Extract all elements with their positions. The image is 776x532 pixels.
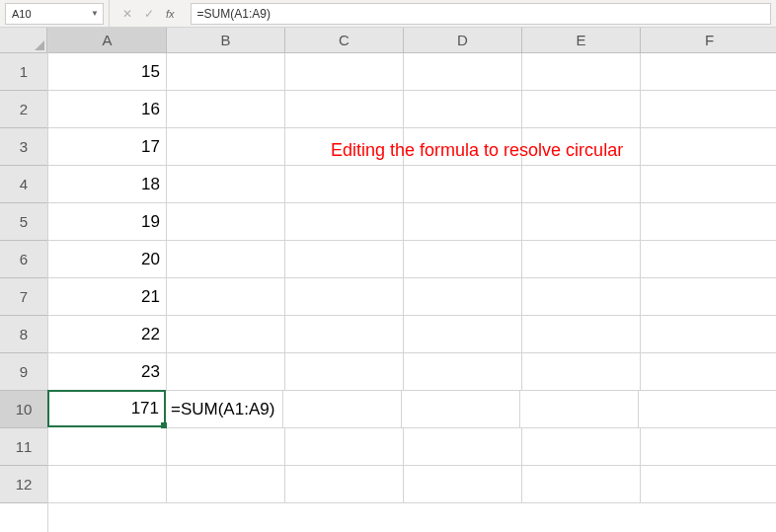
- cell-C11[interactable]: [285, 428, 404, 466]
- cell-D7[interactable]: [404, 278, 522, 316]
- cell-C8[interactable]: [285, 316, 404, 353]
- chevron-down-icon[interactable]: ▼: [91, 9, 99, 18]
- fill-handle[interactable]: [161, 422, 167, 428]
- row-header-4[interactable]: 4: [0, 166, 47, 203]
- row-header-7[interactable]: 7: [0, 278, 47, 316]
- cell-B3[interactable]: [167, 128, 285, 166]
- cell-D8[interactable]: [404, 316, 522, 353]
- cell-E1[interactable]: [522, 53, 641, 91]
- cell-E6[interactable]: [522, 241, 641, 278]
- cell-A12[interactable]: [48, 466, 167, 503]
- cell-C1[interactable]: [285, 53, 404, 91]
- row-header-2[interactable]: 2: [0, 91, 47, 128]
- cell-C5[interactable]: [285, 203, 404, 241]
- cell-A5[interactable]: 19: [48, 203, 167, 241]
- cell-C12[interactable]: [285, 466, 404, 503]
- cell-C7[interactable]: [285, 278, 404, 316]
- cell-E5[interactable]: [522, 203, 641, 241]
- row-header-8[interactable]: 8: [0, 316, 47, 353]
- cell-F1[interactable]: [641, 53, 776, 91]
- row-2: 16: [48, 91, 776, 128]
- cell-E7[interactable]: [522, 278, 641, 316]
- cell-E3[interactable]: [522, 128, 641, 166]
- cell-B4[interactable]: [167, 166, 285, 203]
- row-header-9[interactable]: 9: [0, 353, 47, 391]
- row-header-6[interactable]: 6: [0, 241, 47, 278]
- cell-D4[interactable]: [404, 166, 522, 203]
- cell-A8[interactable]: 22: [48, 316, 167, 353]
- cell-B9[interactable]: [167, 353, 285, 391]
- cell-C9[interactable]: [285, 353, 404, 391]
- cell-B11[interactable]: [167, 428, 285, 466]
- cell-A2[interactable]: 16: [48, 91, 167, 128]
- cell-F7[interactable]: [641, 278, 776, 316]
- cell-D3[interactable]: [404, 128, 522, 166]
- cell-E8[interactable]: [522, 316, 641, 353]
- cell-F2[interactable]: [641, 91, 776, 128]
- cell-F12[interactable]: [641, 466, 776, 503]
- row-header-12[interactable]: 12: [0, 466, 47, 503]
- cell-D9[interactable]: [404, 353, 522, 391]
- cell-C2[interactable]: [285, 91, 404, 128]
- col-header-C[interactable]: C: [285, 28, 404, 53]
- cell-B12[interactable]: [167, 466, 285, 503]
- cell-B10[interactable]: =SUM(A1:A9): [165, 391, 283, 428]
- cell-D5[interactable]: [404, 203, 522, 241]
- col-header-A[interactable]: A: [48, 28, 167, 53]
- cell-B7[interactable]: [167, 278, 285, 316]
- cell-E11[interactable]: [522, 428, 641, 466]
- row-header-1[interactable]: 1: [0, 53, 47, 91]
- row-header-3[interactable]: 3: [0, 128, 47, 166]
- fx-icon[interactable]: fx: [166, 8, 175, 20]
- cell-F4[interactable]: [641, 166, 776, 203]
- cell-E2[interactable]: [522, 91, 641, 128]
- col-header-D[interactable]: D: [404, 28, 522, 53]
- cell-F9[interactable]: [641, 353, 776, 391]
- cell-F8[interactable]: [641, 316, 776, 353]
- cell-E10[interactable]: [520, 391, 639, 428]
- cell-F6[interactable]: [641, 241, 776, 278]
- cell-A6[interactable]: 20: [48, 241, 167, 278]
- col-header-E[interactable]: E: [522, 28, 641, 53]
- col-header-B[interactable]: B: [167, 28, 285, 53]
- cell-B2[interactable]: [167, 91, 285, 128]
- cell-A11[interactable]: [48, 428, 167, 466]
- cell-C10[interactable]: [283, 391, 402, 428]
- cell-D6[interactable]: [404, 241, 522, 278]
- row-header-5[interactable]: 5: [0, 203, 47, 241]
- cell-F5[interactable]: [641, 203, 776, 241]
- enter-icon[interactable]: ✓: [144, 7, 154, 21]
- cell-A3[interactable]: 17: [48, 128, 167, 166]
- name-box[interactable]: A10 ▼: [5, 3, 104, 25]
- cell-B6[interactable]: [167, 241, 285, 278]
- cell-C4[interactable]: [285, 166, 404, 203]
- cell-B5[interactable]: [167, 203, 285, 241]
- cell-D11[interactable]: [404, 428, 522, 466]
- cell-D2[interactable]: [404, 91, 522, 128]
- cell-A10[interactable]: 171: [47, 390, 166, 427]
- cell-B1[interactable]: [167, 53, 285, 91]
- cell-E9[interactable]: [522, 353, 641, 391]
- cell-F11[interactable]: [641, 428, 776, 466]
- cell-C6[interactable]: [285, 241, 404, 278]
- cell-F3[interactable]: [641, 128, 776, 166]
- cancel-icon[interactable]: ✕: [122, 7, 132, 21]
- cell-A7[interactable]: 21: [48, 278, 167, 316]
- grid-wrapper: 1 2 3 4 5 6 7 8 9 10 11 12 A B C D E F: [0, 28, 776, 532]
- row-header-10[interactable]: 10: [0, 391, 47, 428]
- cell-C3[interactable]: [285, 128, 404, 166]
- cell-D12[interactable]: [404, 466, 522, 503]
- cell-D1[interactable]: [404, 53, 522, 91]
- cell-A9[interactable]: 23: [48, 353, 167, 391]
- cell-B8[interactable]: [167, 316, 285, 353]
- row-header-11[interactable]: 11: [0, 428, 47, 466]
- cell-A4[interactable]: 18: [48, 166, 167, 203]
- col-header-F[interactable]: F: [641, 28, 776, 53]
- select-all-corner[interactable]: [0, 28, 47, 53]
- cell-A1[interactable]: 15: [48, 53, 167, 91]
- cell-F10[interactable]: [639, 391, 776, 428]
- cell-E12[interactable]: [522, 466, 641, 503]
- cell-E4[interactable]: [522, 166, 641, 203]
- cell-D10[interactable]: [402, 391, 520, 428]
- formula-input[interactable]: =SUM(A1:A9): [191, 3, 771, 25]
